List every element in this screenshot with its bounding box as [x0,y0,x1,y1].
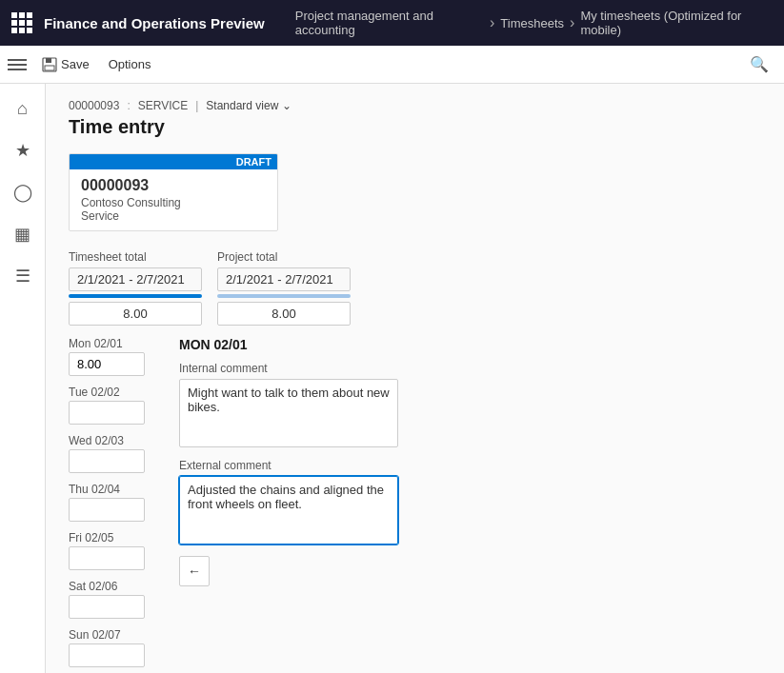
project-id: 00000093 [81,177,266,194]
project-total-field: Project total [217,250,351,326]
external-comment-textarea[interactable]: Adjusted the chains and aligned the fron… [179,476,398,544]
project-total-bar [217,294,351,298]
day-row-thu: Thu 02/04 [69,483,164,522]
timesheet-total-label: Timesheet total [69,250,202,264]
meta-pipe: | [195,99,198,112]
day-row-mon: Mon 02/01 [69,337,164,376]
page-title: Time entry [69,116,761,138]
comment-section: MON 02/01 Internal comment Might want to… [179,337,761,673]
meta-divider: : [127,99,130,112]
day-label-fri: Fri 02/05 [69,531,113,544]
search-icon: 🔍 [750,56,769,72]
days-column: Mon 02/01 Tue 02/02 Wed 02/03 Thu 02/04 … [69,337,164,673]
chevron-down-icon: ⌄ [282,99,291,112]
day-row-fri: Fri 02/05 [69,531,164,570]
day-row-tue: Tue 02/02 [69,386,164,425]
breadcrumb-sep-2: › [570,14,574,31]
day-input-mon[interactable] [69,352,145,376]
external-comment-label: External comment [179,459,761,472]
day-label-mon: Mon 02/01 [69,337,123,350]
breadcrumb-sep-1: › [490,14,494,31]
hamburger-menu-icon[interactable] [8,55,27,74]
top-bar: Finance and Operations Preview Project m… [0,0,784,46]
record-type: SERVICE [138,99,188,112]
view-selector[interactable]: Standard view ⌄ [206,99,291,112]
nav-workspaces-icon[interactable]: ▦ [6,217,40,251]
save-label: Save [61,57,90,71]
timesheet-total-date[interactable] [69,267,202,291]
day-label-tue: Tue 02/02 [69,386,120,399]
app-grid-icon[interactable] [11,12,32,33]
day-label-sat: Sat 02/06 [69,580,117,593]
day-row-wed: Wed 02/03 [69,434,164,473]
internal-comment-textarea[interactable]: Might want to talk to them about new bik… [179,379,398,447]
project-type: Service [81,209,266,223]
day-label-sun: Sun 02/07 [69,628,121,642]
day-label-thu: Thu 02/04 [69,483,120,496]
options-label: Options [109,57,151,71]
project-status-badge: DRAFT [70,154,277,169]
project-total-label: Project total [217,250,351,264]
project-total-value[interactable] [217,302,351,326]
day-input-wed[interactable] [69,449,145,473]
project-total-date[interactable] [217,267,351,291]
day-input-sun[interactable] [69,643,145,667]
main-layout: ⌂ ★ ◯ ▦ ☰ 00000093 : SERVICE | Standard … [0,84,784,673]
save-icon [42,57,57,72]
view-label: Standard view [206,99,278,112]
day-row-sat: Sat 02/06 [69,580,164,619]
toolbar: Save Options 🔍 [0,46,784,84]
day-input-tue[interactable] [69,401,145,425]
back-button[interactable]: ← [179,556,210,586]
back-arrow-icon: ← [188,564,201,579]
breadcrumb-item-3[interactable]: My timesheets (Optimized for mobile) [580,9,773,37]
days-section: Mon 02/01 Tue 02/02 Wed 02/03 Thu 02/04 … [69,337,761,673]
breadcrumb-item-2[interactable]: Timesheets [500,16,564,30]
nav-home-icon[interactable]: ⌂ [6,91,40,126]
save-button[interactable]: Save [34,53,97,76]
timesheet-total-bar [69,294,202,298]
breadcrumb-item-1[interactable]: Project management and accounting [295,9,484,37]
nav-recent-icon[interactable]: ◯ [6,175,40,209]
timesheet-total-value[interactable] [69,302,202,326]
options-button[interactable]: Options [101,53,159,75]
day-row-sun: Sun 02/07 [69,628,164,667]
project-card-body: 00000093 Contoso Consulting Service [70,169,277,230]
project-company: Contoso Consulting [81,196,266,209]
app-title: Finance and Operations Preview [44,15,265,31]
breadcrumb: Project management and accounting › Time… [295,9,773,37]
content-area: 00000093 : SERVICE | Standard view ⌄ Tim… [46,84,784,673]
nav-modules-icon[interactable]: ☰ [6,259,40,293]
side-nav: ⌂ ★ ◯ ▦ ☰ [0,84,46,673]
record-meta: 00000093 : SERVICE | Standard view ⌄ [69,99,761,112]
day-input-fri[interactable] [69,546,145,570]
day-input-thu[interactable] [69,498,145,522]
day-input-sat[interactable] [69,595,145,619]
timesheet-total-field: Timesheet total [69,250,202,326]
nav-favorites-icon[interactable]: ★ [6,133,40,168]
totals-row: Timesheet total Project total [69,250,761,326]
selected-day-header: MON 02/01 [179,337,761,352]
search-button[interactable]: 🔍 [742,51,776,77]
day-label-wed: Wed 02/03 [69,434,124,447]
record-id: 00000093 [69,99,119,112]
svg-rect-2 [45,66,54,70]
svg-rect-1 [46,58,51,63]
project-card: DRAFT 00000093 Contoso Consulting Servic… [69,153,278,231]
internal-comment-label: Internal comment [179,362,761,375]
